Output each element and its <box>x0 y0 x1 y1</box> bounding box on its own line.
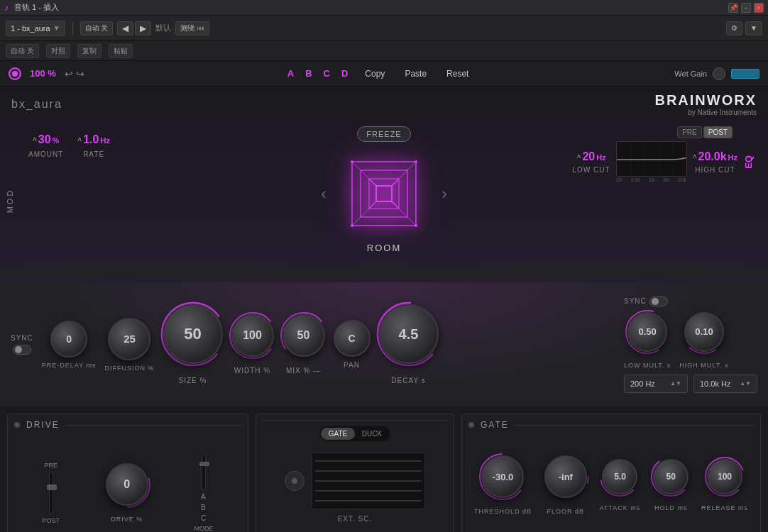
drive-knob[interactable]: 0 <box>106 463 148 506</box>
pre-post-slider[interactable] <box>49 472 53 514</box>
release-knob[interactable]: 100 <box>707 459 742 494</box>
gate-header: GATE <box>468 420 755 430</box>
pan-label: PAN <box>344 361 360 369</box>
preset-selector[interactable]: 1 - bx_aura ▼ <box>6 21 65 36</box>
title-bar: ♪ 音轨 1 - 插入 📌 − × <box>0 0 768 16</box>
compare-btn[interactable]: 对照 <box>46 44 70 58</box>
floor-knob[interactable]: -inf <box>544 455 587 498</box>
eq-freq-labels: 20 100 1k 5k 20k <box>616 177 687 183</box>
mod-rate-label: RATE <box>83 150 104 158</box>
plugin-name: bx_aura <box>11 98 62 111</box>
mix-knob[interactable]: 50 <box>282 314 325 357</box>
sync-left-group: SYNC <box>11 334 33 355</box>
wet-gain-area: Wet Gain <box>674 67 759 80</box>
nav-arrows: ◀ ▶ <box>117 21 151 35</box>
pre-delay-knob[interactable]: 0 <box>50 321 87 358</box>
diffusion-knob[interactable]: 25 <box>108 318 150 360</box>
mode-c: C <box>201 514 207 522</box>
low-mult-group: 0.50 LOW MULT. x <box>624 312 671 369</box>
post-button[interactable]: POST <box>703 126 733 138</box>
svg-line-13 <box>392 179 399 186</box>
paste-daw-btn[interactable]: 粘贴 <box>109 44 133 58</box>
slot-d-btn[interactable]: D <box>339 68 351 79</box>
eq-graph[interactable] <box>616 141 687 177</box>
freeze-button[interactable]: FREEZE <box>357 126 410 142</box>
eq-curve-svg <box>617 142 687 177</box>
gate-controls: -30.0 THRESHOLD dB -inf <box>468 436 755 532</box>
pin-button[interactable]: 📌 <box>728 3 738 13</box>
mode-a: A <box>201 493 207 501</box>
mode-label: MODE <box>194 525 214 532</box>
sync-left-toggle[interactable] <box>13 345 31 355</box>
sync-right-group: SYNC <box>624 297 757 306</box>
slot-a-btn[interactable]: A <box>285 68 297 79</box>
prev-room-btn[interactable]: ‹ <box>309 184 338 204</box>
second-toolbar: 自动 关 对照 复制 粘贴 <box>0 41 768 61</box>
minimize-button[interactable]: − <box>741 3 751 13</box>
redo-button[interactable]: ↪ <box>76 68 84 79</box>
paste-preset-btn[interactable]: Paste <box>399 69 432 79</box>
settings-btn[interactable]: ⚙ <box>726 21 742 35</box>
high-mult-knob[interactable]: 0.10 <box>684 312 724 352</box>
diffusion-group: 25 DIFFUSION % <box>104 318 154 372</box>
wet-gain-bar[interactable] <box>731 69 759 79</box>
ext-sc-label: EXT. SC. <box>338 515 373 523</box>
duck-btn[interactable]: DUCK <box>355 428 389 440</box>
pre-button[interactable]: PRE <box>677 126 702 138</box>
mod-rate-group: ^ 1.0 Hz RATE <box>77 133 110 158</box>
drive-knob-display: 0 <box>106 463 148 506</box>
low-freq-dropdown[interactable]: 200 Hz ▲▼ <box>624 375 688 393</box>
sync-right-toggle[interactable] <box>649 297 668 306</box>
mode-slider[interactable] <box>202 455 206 490</box>
copy-daw-btn[interactable]: 复制 <box>77 44 102 58</box>
preset-slots: A B C D <box>285 68 351 79</box>
gate-btn[interactable]: GATE <box>321 428 355 440</box>
close-button[interactable]: × <box>754 3 764 13</box>
nav-next-btn[interactable]: ▶ <box>135 21 151 35</box>
settings-area: ⚙ ▼ <box>726 21 762 35</box>
reset-preset-btn[interactable]: Reset <box>441 69 474 79</box>
slot-c-btn[interactable]: C <box>321 68 333 79</box>
sc-display <box>312 453 425 509</box>
wet-gain-knob[interactable] <box>713 67 725 80</box>
sync-left-label: SYNC <box>11 334 33 342</box>
mult-knobs: 0.50 LOW MULT. x 0.10 <box>624 312 757 369</box>
auto-btn[interactable]: 自动 关 <box>80 21 114 35</box>
nav-prev-btn[interactable]: ◀ <box>117 21 133 35</box>
bottom-section: DRIVE PRE POST <box>0 406 768 532</box>
svg-point-17 <box>415 160 417 163</box>
pan-knob[interactable]: C <box>334 320 371 357</box>
diffusion-knob-display: 25 <box>108 318 150 360</box>
svg-line-7 <box>407 217 416 226</box>
mod-section-label: MOD <box>6 189 14 214</box>
center-display: FREEZE ‹ <box>309 126 459 253</box>
auto-mode-btn[interactable]: 自动 关 <box>6 44 39 58</box>
svg-line-15 <box>392 201 399 209</box>
drive-section: DRIVE PRE POST <box>7 414 248 532</box>
undo-button[interactable]: ↩ <box>65 68 73 79</box>
copy-preset-btn[interactable]: Copy <box>359 69 390 79</box>
preset-name: 1 - bx_aura <box>11 24 50 33</box>
size-label: SIZE % <box>179 377 207 384</box>
settings-expand-btn[interactable]: ▼ <box>745 21 762 35</box>
size-knob[interactable]: 50 <box>163 304 223 364</box>
upper-reverb-section: MOD ^ 30 % AMOUNT ^ 1.0 Hz <box>0 119 768 282</box>
next-room-btn[interactable]: › <box>430 184 459 204</box>
width-knob[interactable]: 100 <box>231 314 274 357</box>
low-mult-knob[interactable]: 0.50 <box>627 312 667 352</box>
power-button[interactable] <box>9 67 21 80</box>
high-freq-dropdown[interactable]: 10.0k Hz ▲▼ <box>693 375 757 393</box>
freq-dropdowns: 200 Hz ▲▼ 10.0k Hz ▲▼ <box>624 375 757 393</box>
decay-knob[interactable]: 4.5 <box>379 304 439 364</box>
hold-knob[interactable]: 50 <box>653 459 689 494</box>
drive-dot <box>13 421 21 428</box>
daw-icon: ♪ <box>4 3 9 13</box>
slot-b-btn[interactable]: B <box>302 68 314 79</box>
pre-delay-knob-display: 0 <box>50 321 87 358</box>
mode-slider-thumb[interactable] <box>199 462 209 466</box>
mix-knob-display: 50 <box>282 314 325 357</box>
mode-group: A B C MODE <box>194 455 214 532</box>
test-btn[interactable]: 测绕 ⏮ <box>175 21 209 35</box>
mod-amount-label: AMOUNT <box>28 150 63 158</box>
sc-input-button[interactable] <box>285 471 305 491</box>
